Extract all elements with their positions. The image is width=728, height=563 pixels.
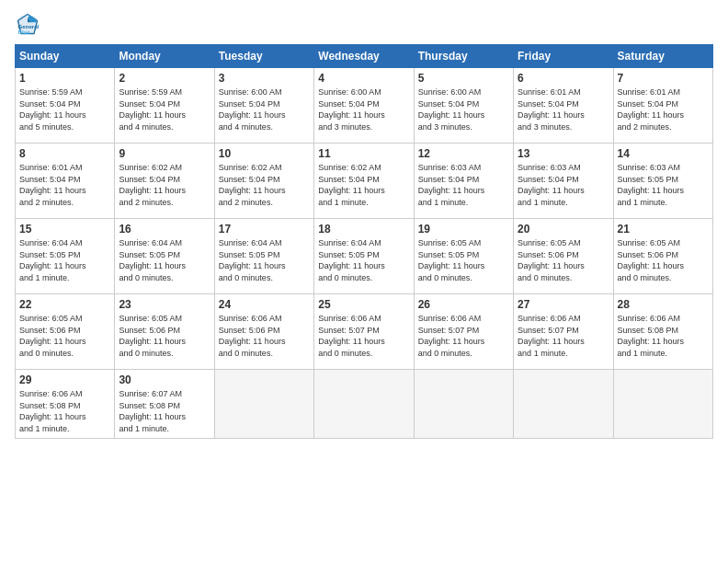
calendar-cell: 15Sunrise: 6:04 AMSunset: 5:05 PMDayligh…: [16, 219, 115, 294]
week-row-4: 22Sunrise: 6:05 AMSunset: 5:06 PMDayligh…: [16, 294, 713, 370]
day-number: 30: [119, 373, 210, 386]
day-number: 21: [618, 223, 709, 236]
day-info: Sunrise: 6:07 AMSunset: 5:08 PMDaylight:…: [119, 388, 210, 434]
day-info: Sunrise: 6:06 AMSunset: 5:08 PMDaylight:…: [19, 388, 110, 434]
calendar-cell: [314, 370, 414, 439]
header: General Blue: [15, 11, 713, 37]
weekday-header-monday: Monday: [115, 45, 214, 68]
calendar-cell: 10Sunrise: 6:02 AMSunset: 5:04 PMDayligh…: [214, 144, 313, 219]
day-info: Sunrise: 6:04 AMSunset: 5:05 PMDaylight:…: [19, 237, 110, 283]
day-number: 17: [219, 223, 310, 236]
day-info: Sunrise: 6:06 AMSunset: 5:08 PMDaylight:…: [618, 313, 709, 359]
day-number: 11: [318, 147, 409, 160]
day-number: 10: [219, 147, 310, 160]
week-row-2: 8Sunrise: 6:01 AMSunset: 5:04 PMDaylight…: [16, 144, 713, 219]
calendar-cell: 12Sunrise: 6:03 AMSunset: 5:04 PMDayligh…: [414, 144, 513, 219]
day-number: 9: [119, 147, 210, 160]
day-info: Sunrise: 6:05 AMSunset: 5:06 PMDaylight:…: [518, 237, 609, 283]
calendar-cell: 21Sunrise: 6:05 AMSunset: 5:06 PMDayligh…: [613, 219, 712, 294]
day-info: Sunrise: 6:05 AMSunset: 5:06 PMDaylight:…: [618, 237, 709, 283]
day-number: 22: [19, 298, 110, 311]
calendar-cell: [214, 370, 313, 439]
day-number: 7: [618, 72, 709, 85]
day-number: 29: [19, 373, 110, 386]
day-number: 20: [518, 223, 609, 236]
calendar-cell: [414, 370, 513, 439]
calendar-cell: 1Sunrise: 5:59 AMSunset: 5:04 PMDaylight…: [16, 68, 115, 144]
week-row-5: 29Sunrise: 6:06 AMSunset: 5:08 PMDayligh…: [16, 370, 713, 439]
calendar-cell: 4Sunrise: 6:00 AMSunset: 5:04 PMDaylight…: [314, 68, 414, 144]
day-number: 15: [19, 223, 110, 236]
day-info: Sunrise: 6:06 AMSunset: 5:07 PMDaylight:…: [318, 313, 409, 359]
day-number: 13: [518, 147, 609, 160]
day-number: 25: [318, 298, 409, 311]
day-number: 23: [119, 298, 210, 311]
day-info: Sunrise: 6:02 AMSunset: 5:04 PMDaylight:…: [219, 162, 310, 208]
calendar-cell: [613, 370, 712, 439]
weekday-header-thursday: Thursday: [414, 45, 513, 68]
weekday-header-sunday: Sunday: [16, 45, 115, 68]
calendar-cell: 2Sunrise: 5:59 AMSunset: 5:04 PMDaylight…: [115, 68, 214, 144]
day-number: 4: [318, 72, 409, 85]
weekday-header-row: SundayMondayTuesdayWednesdayThursdayFrid…: [16, 45, 713, 68]
day-number: 24: [219, 298, 310, 311]
day-info: Sunrise: 6:01 AMSunset: 5:04 PMDaylight:…: [19, 162, 110, 208]
day-number: 8: [19, 147, 110, 160]
calendar-cell: 14Sunrise: 6:03 AMSunset: 5:05 PMDayligh…: [613, 144, 712, 219]
day-info: Sunrise: 6:05 AMSunset: 5:06 PMDaylight:…: [119, 313, 210, 359]
day-number: 3: [219, 72, 310, 85]
calendar-cell: 28Sunrise: 6:06 AMSunset: 5:08 PMDayligh…: [613, 294, 712, 370]
calendar-cell: 6Sunrise: 6:01 AMSunset: 5:04 PMDaylight…: [514, 68, 613, 144]
logo-icon: General Blue: [15, 11, 40, 37]
day-info: Sunrise: 6:03 AMSunset: 5:04 PMDaylight:…: [518, 162, 609, 208]
week-row-3: 15Sunrise: 6:04 AMSunset: 5:05 PMDayligh…: [16, 219, 713, 294]
day-info: Sunrise: 6:05 AMSunset: 5:05 PMDaylight:…: [418, 237, 509, 283]
calendar-cell: 25Sunrise: 6:06 AMSunset: 5:07 PMDayligh…: [314, 294, 414, 370]
calendar-cell: 11Sunrise: 6:02 AMSunset: 5:04 PMDayligh…: [314, 144, 414, 219]
day-info: Sunrise: 6:02 AMSunset: 5:04 PMDaylight:…: [119, 162, 210, 208]
day-number: 19: [418, 223, 509, 236]
day-number: 18: [318, 223, 409, 236]
day-number: 5: [418, 72, 509, 85]
calendar-cell: 23Sunrise: 6:05 AMSunset: 5:06 PMDayligh…: [115, 294, 214, 370]
logo: General Blue: [15, 11, 44, 37]
calendar-cell: 8Sunrise: 6:01 AMSunset: 5:04 PMDaylight…: [16, 144, 115, 219]
calendar-cell: 18Sunrise: 6:04 AMSunset: 5:05 PMDayligh…: [314, 219, 414, 294]
day-number: 6: [518, 72, 609, 85]
calendar-table: SundayMondayTuesdayWednesdayThursdayFrid…: [15, 44, 713, 439]
calendar-cell: 17Sunrise: 6:04 AMSunset: 5:05 PMDayligh…: [214, 219, 313, 294]
day-info: Sunrise: 6:01 AMSunset: 5:04 PMDaylight:…: [618, 86, 709, 132]
day-info: Sunrise: 6:04 AMSunset: 5:05 PMDaylight:…: [219, 237, 310, 283]
day-info: Sunrise: 6:03 AMSunset: 5:05 PMDaylight:…: [618, 162, 709, 208]
calendar-cell: 19Sunrise: 6:05 AMSunset: 5:05 PMDayligh…: [414, 219, 513, 294]
calendar-cell: 30Sunrise: 6:07 AMSunset: 5:08 PMDayligh…: [115, 370, 214, 439]
day-number: 26: [418, 298, 509, 311]
calendar-cell: 29Sunrise: 6:06 AMSunset: 5:08 PMDayligh…: [16, 370, 115, 439]
calendar-cell: 27Sunrise: 6:06 AMSunset: 5:07 PMDayligh…: [514, 294, 613, 370]
page: General Blue SundayMondayTuesdayWednesda…: [0, 0, 728, 563]
day-info: Sunrise: 6:00 AMSunset: 5:04 PMDaylight:…: [418, 86, 509, 132]
day-info: Sunrise: 6:00 AMSunset: 5:04 PMDaylight:…: [318, 86, 409, 132]
day-number: 16: [119, 223, 210, 236]
day-info: Sunrise: 6:06 AMSunset: 5:07 PMDaylight:…: [518, 313, 609, 359]
day-info: Sunrise: 6:04 AMSunset: 5:05 PMDaylight:…: [119, 237, 210, 283]
day-number: 1: [19, 72, 110, 85]
weekday-header-tuesday: Tuesday: [214, 45, 313, 68]
day-number: 2: [119, 72, 210, 85]
weekday-header-saturday: Saturday: [613, 45, 712, 68]
calendar-cell: 7Sunrise: 6:01 AMSunset: 5:04 PMDaylight…: [613, 68, 712, 144]
calendar-cell: 3Sunrise: 6:00 AMSunset: 5:04 PMDaylight…: [214, 68, 313, 144]
weekday-header-wednesday: Wednesday: [314, 45, 414, 68]
calendar-cell: 13Sunrise: 6:03 AMSunset: 5:04 PMDayligh…: [514, 144, 613, 219]
day-info: Sunrise: 6:02 AMSunset: 5:04 PMDaylight:…: [318, 162, 409, 208]
day-info: Sunrise: 6:01 AMSunset: 5:04 PMDaylight:…: [518, 86, 609, 132]
calendar-cell: 5Sunrise: 6:00 AMSunset: 5:04 PMDaylight…: [414, 68, 513, 144]
day-info: Sunrise: 6:03 AMSunset: 5:04 PMDaylight:…: [418, 162, 509, 208]
day-info: Sunrise: 6:05 AMSunset: 5:06 PMDaylight:…: [19, 313, 110, 359]
calendar-cell: [514, 370, 613, 439]
weekday-header-friday: Friday: [514, 45, 613, 68]
day-info: Sunrise: 6:04 AMSunset: 5:05 PMDaylight:…: [318, 237, 409, 283]
svg-text:Blue: Blue: [18, 29, 31, 35]
day-info: Sunrise: 5:59 AMSunset: 5:04 PMDaylight:…: [19, 86, 110, 132]
day-info: Sunrise: 5:59 AMSunset: 5:04 PMDaylight:…: [119, 86, 210, 132]
